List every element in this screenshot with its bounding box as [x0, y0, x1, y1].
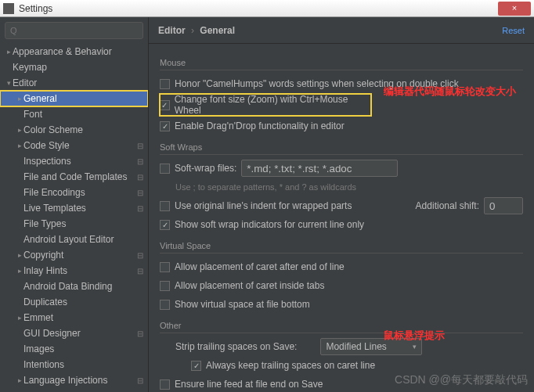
tree-item-file-types[interactable]: File Types [0, 216, 148, 232]
tree-label: Intentions [23, 359, 143, 370]
tree-item-keymap[interactable]: Keymap [0, 59, 148, 75]
search-box[interactable] [5, 22, 143, 39]
tree-label: File Types [23, 218, 143, 229]
cb-camelhumps[interactable] [160, 79, 170, 89]
lbl-addshift: Additional shift: [416, 200, 479, 211]
tree-item-code-style[interactable]: ▸Code Style⊟ [0, 138, 148, 153]
cb-virtual-bottom[interactable] [160, 300, 170, 310]
tree-item-emmet[interactable]: ▸Emmet [0, 310, 148, 325]
lbl-softwrap: Soft-wrap files: [175, 163, 236, 174]
tree-label: GUI Designer [23, 328, 137, 339]
lbl-camelhumps: Honor "CamelHumps" words settings when s… [175, 78, 459, 89]
settings-tree[interactable]: ▸Appearance & BehaviorKeymap▾Editor▸Gene… [0, 44, 148, 392]
tree-item-file-encodings[interactable]: File Encodings⊟ [0, 185, 148, 200]
scope-icon: ⊟ [137, 157, 143, 166]
cb-wrap-indicators[interactable] [160, 220, 170, 230]
scope-icon: ⊟ [137, 173, 143, 182]
cb-softwrap[interactable] [160, 164, 170, 174]
tree-label: Inlay Hints [23, 265, 137, 276]
lbl-virtual-bottom: Show virtual space at file bottom [175, 299, 310, 310]
tree-item-live-templates[interactable]: Live Templates⊟ [0, 200, 148, 216]
tree-item-language-injections[interactable]: ▸Language Injections⊟ [0, 372, 148, 388]
lbl-wrap-indicators: Show soft wrap indicators for current li… [175, 219, 364, 230]
app-icon [3, 3, 14, 14]
close-button[interactable]: × [498, 2, 531, 16]
reset-link[interactable]: Reset [502, 26, 525, 35]
tree-label: Inspections [23, 156, 137, 167]
scope-icon: ⊟ [137, 142, 143, 150]
arrow-icon: ▸ [16, 314, 23, 322]
titlebar: Settings × [0, 0, 534, 17]
select-strip[interactable]: Modified Lines [320, 338, 422, 355]
sidebar: ▸Appearance & BehaviorKeymap▾Editor▸Gene… [0, 17, 149, 392]
tree-item-gui-designer[interactable]: GUI Designer⊟ [0, 325, 148, 341]
section-virtual: Virtual Space [160, 241, 523, 254]
lbl-ensure-lf: Ensure line feed at file end on Save [175, 379, 323, 390]
input-addshift[interactable] [484, 197, 523, 214]
tree-label: File and Code Templates [23, 171, 137, 182]
tree-item-inlay-hints[interactable]: ▸Inlay Hints⊟ [0, 263, 148, 279]
arrow-icon: ▾ [5, 79, 13, 87]
tree-item-android-layout-editor[interactable]: Android Layout Editor [0, 232, 148, 247]
tree-label: Editor [13, 77, 143, 88]
cb-caret-inside[interactable] [160, 281, 170, 291]
tree-label: Android Layout Editor [23, 234, 143, 245]
tree-item-intentions[interactable]: Intentions [0, 357, 148, 372]
section-mouse: Mouse [160, 58, 523, 70]
content-header: Editor › General Reset [149, 17, 534, 44]
tree-item-appearance-behavior[interactable]: ▸Appearance & Behavior [0, 44, 148, 59]
tree-item-copyright[interactable]: ▸Copyright⊟ [0, 247, 148, 263]
section-softwraps: Soft Wraps [160, 142, 523, 155]
breadcrumb-sep: › [191, 25, 194, 36]
tree-item-editor[interactable]: ▾Editor [0, 75, 148, 91]
lbl-dragdrop: Enable Drag'n'Drop functionality in edit… [175, 120, 345, 131]
tree-item-images[interactable]: Images [0, 341, 148, 357]
tree-label: Color Scheme [23, 124, 143, 135]
tree-label: Font [23, 109, 143, 120]
lbl-caret-after: Allow placement of caret after end of li… [175, 261, 345, 272]
cb-caret-after[interactable] [160, 262, 170, 272]
tree-item-general[interactable]: ▸General [0, 91, 148, 106]
hint-softwrap: Use ; to separate patterns, * and ? as w… [175, 182, 356, 192]
cb-zoom[interactable] [160, 100, 170, 110]
section-other: Other [160, 321, 523, 333]
tree-item-color-scheme[interactable]: ▸Color Scheme [0, 122, 148, 138]
cb-orig-indent[interactable] [160, 201, 170, 211]
tree-item-inspections[interactable]: Inspections⊟ [0, 153, 148, 169]
lbl-orig-indent: Use original line's indent for wrapped p… [175, 200, 411, 211]
tree-label: Duplicates [23, 297, 143, 307]
scope-icon: ⊟ [137, 189, 143, 197]
input-softwrap-patterns[interactable] [241, 160, 398, 177]
scope-icon: ⊟ [137, 251, 143, 260]
arrow-icon: ▸ [5, 48, 13, 56]
tree-item-font[interactable]: Font [0, 106, 148, 122]
tree-item-android-data-binding[interactable]: Android Data Binding [0, 279, 148, 294]
tree-label: Copyright [23, 250, 137, 261]
scope-icon: ⊟ [137, 267, 143, 275]
arrow-icon: ▸ [16, 142, 23, 149]
cb-keep-trailing[interactable] [191, 361, 201, 371]
tree-item-spelling[interactable]: Spelling⊟ [0, 388, 148, 392]
tree-item-duplicates[interactable]: Duplicates [0, 294, 148, 310]
cb-dragdrop[interactable] [160, 121, 170, 131]
tree-label: General [23, 93, 143, 104]
content-pane: Editor › General Reset Mouse Honor "Came… [149, 17, 534, 392]
scope-icon: ⊟ [137, 204, 143, 213]
window-title: Settings [19, 3, 498, 14]
lbl-strip: Strip trailing spaces on Save: [175, 341, 297, 352]
arrow-icon: ▸ [16, 126, 23, 134]
tree-label: Code Style [23, 140, 137, 151]
breadcrumb-a: Editor [158, 25, 186, 36]
tree-label: Android Data Binding [23, 281, 143, 292]
tree-label: Images [23, 343, 143, 354]
tree-label: Live Templates [23, 203, 137, 214]
tree-item-file-and-code-templates[interactable]: File and Code Templates⊟ [0, 169, 148, 185]
lbl-zoom: Change font size (Zoom) with Ctrl+Mouse … [175, 94, 371, 116]
arrow-icon: ▸ [16, 376, 23, 384]
breadcrumb-b: General [200, 25, 235, 36]
cb-ensure-lf[interactable] [160, 379, 170, 390]
search-input[interactable] [10, 26, 138, 35]
lbl-keep-trailing: Always keep trailing spaces on caret lin… [206, 360, 375, 371]
arrow-icon: ▸ [16, 95, 23, 102]
tree-label: Language Injections [23, 375, 137, 386]
